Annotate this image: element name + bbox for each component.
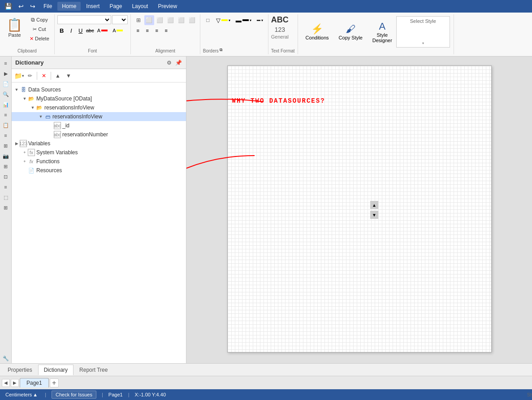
font-size-select[interactable] [112,15,128,24]
redo-icon[interactable]: ↪ [27,1,38,11]
paste-button[interactable]: 📋 Paste [3,15,26,40]
sidebar-icon-8[interactable]: ≡ [1,130,11,140]
textformat-label: Text Format [271,47,295,53]
border-btn-6[interactable]: ⬜ [187,15,197,25]
nav-up-btn[interactable]: ▲ [370,201,378,209]
sidebar-icon-5[interactable]: 📊 [1,100,11,109]
dict-edit-btn[interactable]: ✏ [25,71,35,81]
page-tab-1[interactable]: Page1 [20,378,49,387]
dict-down-btn[interactable]: ▼ [64,71,74,81]
tree-resources[interactable]: 📄 Resources [12,166,186,175]
page-add-btn[interactable]: + [50,378,59,387]
copy-style-button[interactable]: 🖌 Copy Style [335,16,367,48]
dictionary-header: Dictionary ⚙ 📌 [12,57,186,69]
strikethrough-button[interactable]: abc [86,26,95,35]
menu-file[interactable]: File [39,2,56,11]
tree-datasources[interactable]: ▼ 🗄 Data Sources [12,85,186,94]
tab-properties[interactable]: Properties [2,365,38,375]
tree-system-variables[interactable]: + fx System Variables [12,148,186,157]
tab-dictionary[interactable]: Dictionary [38,365,74,375]
delete-button[interactable]: ✕ Delete [27,34,52,43]
sidebar-icon-6[interactable]: ≡ [1,110,11,120]
border-btn-2[interactable]: ⬜ [144,15,154,25]
borders-label: Borders [203,47,219,53]
dict-add-btn[interactable]: 📁▾ [14,71,24,81]
sidebar-icon-7[interactable]: 📋 [1,120,11,130]
menu-page[interactable]: Page [105,2,126,11]
border-shape-row: □ ▽ ▾ ▬ ▾ ━ ▾ [203,15,265,25]
sidebar-icon-4[interactable]: 🔍 [1,89,11,99]
sidebar-icon-2[interactable]: ▶ [1,69,11,78]
dict-delete-btn[interactable]: ✕ [39,71,49,81]
canvas-area[interactable]: ▲ ▼ WHY TWO DATASOURCES? [186,57,532,363]
border-btn-3[interactable]: ⬜ [155,15,165,25]
bold-button[interactable]: B [57,26,66,35]
select-style-label: Select Style [397,17,450,24]
status-coordinates: X:-1.00 Y:4.40 [135,392,166,397]
tree-reservations-l2[interactable]: ▼ 🗃 reservationsInfoView [12,112,186,121]
align-center-btn[interactable]: ≡ [143,26,152,35]
copy-button[interactable]: ⧉ Copy [27,15,52,24]
menu-preview[interactable]: Preview [153,2,182,11]
style-designer-label: Style Designer [372,32,392,43]
dict-settings-icon[interactable]: ⚙ [165,59,173,67]
borders-expand-icon[interactable]: ⧉ [220,48,222,52]
dict-up-btn[interactable]: ▲ [53,71,63,81]
tab-report-tree[interactable]: Report Tree [74,365,113,375]
nav-down-btn[interactable]: ▼ [370,211,378,219]
menu-home[interactable]: Home [57,2,81,11]
sidebar-icon-1[interactable]: ≡ [1,58,11,68]
ribbon-group-clipboard: 📋 Paste ⧉ Copy ✂ Cut ✕ Delete Clipboard [0,14,55,54]
font-color-button[interactable]: A [95,26,110,35]
fill-color-btn[interactable]: ▽ ▾ [214,15,233,25]
border-btn-4[interactable]: ⬜ [166,15,176,25]
page-nav-prev[interactable]: ◀ [2,379,10,387]
tree-variables[interactable]: ▶ 123 Variables [12,139,186,148]
font-family-select[interactable] [57,15,111,24]
save-icon[interactable]: 💾 [2,1,15,11]
underline-button[interactable]: U [76,26,85,35]
tree-mydatasource[interactable]: ▼ 📂 MyDataSource [OData] [12,94,186,103]
sidebar-icon-9[interactable]: ⊞ [1,141,11,151]
select-style-box[interactable]: Select Style ▾ [396,16,450,48]
mydatasource-label: MyDataSource [OData] [36,96,92,102]
style-top-buttons: ⚡ Conditions 🖌 Copy Style A Style Design… [302,16,396,48]
menu-insert[interactable]: Insert [82,2,104,11]
page-nav-next[interactable]: ▶ [11,379,19,387]
check-issues-button[interactable]: Check for Issues [52,391,96,399]
paste-icon: 📋 [7,17,22,32]
tree-reservations-l1[interactable]: ▼ 📂 reservationsInfoView [12,103,186,112]
centimeters-btn[interactable]: Centimeters ▲ [4,391,39,398]
highlight-button[interactable]: A [110,26,125,35]
italic-button[interactable]: I [67,26,76,35]
line-style-btn[interactable]: ━ ▾ [255,15,265,25]
border-outer-btn[interactable]: □ [203,15,213,25]
align-left-btn[interactable]: ≡ [134,26,143,35]
tree-functions[interactable]: + fx Functions [12,157,186,166]
sidebar-icon-12[interactable]: ⊡ [1,172,11,182]
align-justify-btn[interactable]: ≡ [162,26,171,35]
sidebar-icon-10[interactable]: 📷 [1,151,11,161]
tree-reservation-number[interactable]: abc reservationNumber [12,130,186,139]
sidebar-icon-tools[interactable]: 🔧 [1,353,11,363]
tree-id[interactable]: abc _id [12,121,186,130]
sidebar-icon-15[interactable]: ⊞ [1,203,11,213]
undo-icon[interactable]: ↩ [16,1,26,11]
line-style-icon: ━ [257,17,260,24]
dict-pin-icon[interactable]: 📌 [174,59,182,67]
conditions-button[interactable]: ⚡ Conditions [302,16,333,48]
style-designer-button[interactable]: A Style Designer [368,16,396,48]
sidebar-icon-3[interactable]: 📄 [1,79,11,89]
sidebar-icon-13[interactable]: ≡ [1,182,11,192]
border-btn-5[interactable]: ⬜ [177,15,186,25]
font-color-swatch [101,30,108,31]
border-btn-1[interactable]: ⊞ [134,15,143,25]
reservations-l2-label: reservationsInfoView [52,113,102,120]
sidebar-icon-14[interactable]: ⬚ [1,192,11,202]
sidebar-icon-11[interactable]: ⊞ [1,161,11,171]
menu-layout[interactable]: Layout [127,2,152,11]
conditions-label: Conditions [306,35,329,40]
align-right-btn[interactable]: ≡ [152,26,161,35]
border-color-btn[interactable]: ▬ ▾ [234,15,254,25]
cut-button[interactable]: ✂ Cut [27,25,52,34]
